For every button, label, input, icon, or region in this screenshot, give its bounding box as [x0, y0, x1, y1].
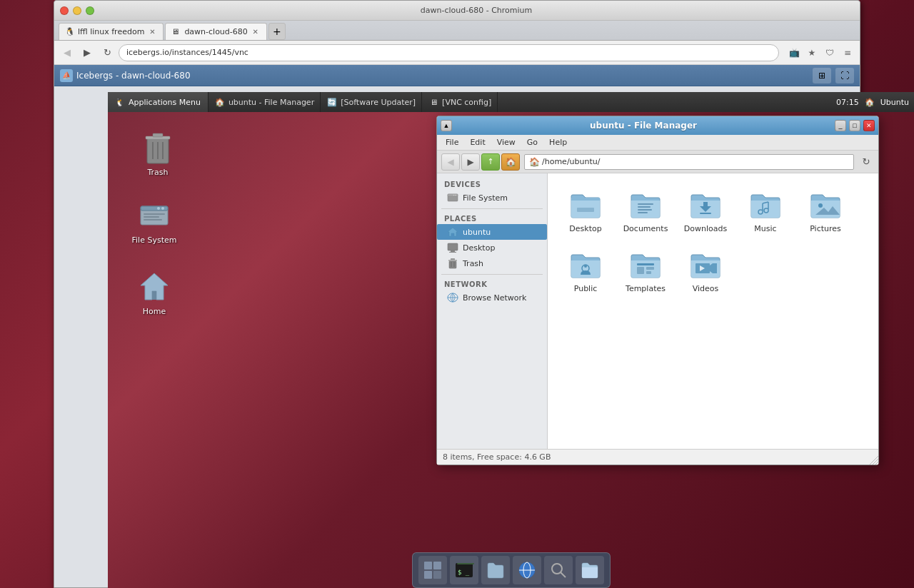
- browser-minimize-btn[interactable]: [73, 6, 81, 15]
- apps-menu-icon: 🐧: [115, 98, 125, 107]
- file-item-videos[interactable]: Videos: [678, 243, 733, 298]
- svg-rect-16: [448, 194, 458, 196]
- sidebar-item-trash[interactable]: Trash: [437, 255, 547, 271]
- file-downloads-label: Downloads: [684, 224, 727, 233]
- taskbar-dock: $ _: [412, 552, 611, 588]
- file-manager-panel-label: ubuntu - File Manager: [228, 98, 314, 107]
- svg-rect-42: [637, 263, 654, 265]
- svg-rect-25: [451, 258, 455, 260]
- menu-icon[interactable]: ≡: [840, 45, 855, 61]
- fm-title-text: ubuntu - File Manager: [455, 121, 832, 131]
- file-documents-label: Documents: [623, 224, 668, 233]
- browser-close-btn[interactable]: [60, 6, 69, 15]
- cast-icon[interactable]: 📺: [786, 45, 802, 61]
- panel-time: 07:15: [836, 98, 859, 107]
- fm-forward-btn[interactable]: ▶: [461, 153, 480, 171]
- applications-menu[interactable]: 🐧 Applications Menu: [108, 92, 209, 112]
- fm-menu-go[interactable]: Go: [521, 136, 543, 148]
- tab-dawn[interactable]: 🖥 dawn-cloud-680 ✕: [165, 23, 266, 40]
- fm-refresh-btn[interactable]: ↻: [858, 154, 874, 170]
- svg-rect-44: [646, 267, 654, 270]
- sidebar-item-browse-network[interactable]: Browse Network: [437, 290, 547, 305]
- sidebar-item-desktop[interactable]: Desktop: [437, 240, 547, 255]
- icebergs-logo: ⛵ Icebergs - dawn-cloud-680: [60, 69, 191, 82]
- svg-rect-31: [577, 208, 594, 212]
- fm-menu-view[interactable]: View: [491, 136, 521, 148]
- desktop-icon-home[interactable]: Home: [126, 267, 183, 319]
- file-item-documents[interactable]: Documents: [618, 183, 673, 238]
- svg-rect-12: [144, 219, 162, 220]
- tab-lffl[interactable]: 🐧 lffl linux freedom ✕: [59, 23, 164, 40]
- svg-rect-32: [638, 203, 653, 205]
- icebergs-grid-btn[interactable]: ⊞: [813, 68, 831, 83]
- fm-resize-handle[interactable]: [868, 455, 878, 465]
- ubuntu-sidebar-icon: [447, 226, 458, 238]
- fm-back-btn[interactable]: ◀: [441, 153, 460, 171]
- fm-minimize-btn[interactable]: _: [835, 120, 846, 131]
- panel-file-manager[interactable]: 🏠 ubuntu - File Manager: [209, 92, 321, 112]
- url-bar[interactable]: icebergs.io/instances/1445/vnc: [119, 44, 779, 61]
- fm-menu-edit[interactable]: Edit: [464, 136, 491, 148]
- svg-line-63: [561, 572, 566, 577]
- music-folder-icon: [748, 188, 783, 222]
- back-button[interactable]: ◀: [59, 44, 76, 61]
- dock-files[interactable]: [481, 556, 510, 584]
- dock-browser[interactable]: [513, 556, 541, 584]
- svg-text:$ _: $ _: [458, 569, 470, 576]
- sidebar-trash-label: Trash: [463, 259, 483, 268]
- fm-close-btn[interactable]: ✕: [863, 120, 875, 131]
- file-templates-label: Templates: [626, 284, 666, 293]
- tab-lffl-close[interactable]: ✕: [147, 27, 157, 37]
- file-videos-label: Videos: [693, 284, 719, 293]
- dock-folder[interactable]: [576, 556, 604, 584]
- panel-vnc-config[interactable]: 🖥 [VNC config]: [422, 92, 498, 112]
- svg-point-17: [455, 195, 456, 196]
- desktop-icon-filesystem[interactable]: File System: [126, 196, 183, 248]
- file-item-downloads[interactable]: Downloads: [678, 183, 733, 238]
- svg-rect-10: [144, 213, 165, 215]
- documents-folder-icon: [628, 188, 663, 222]
- filesystem-icon: [137, 198, 171, 233]
- vnc-content: 🐧 Applications Menu 🏠 ubuntu - File Mana…: [108, 92, 914, 588]
- dock-windows[interactable]: [418, 556, 447, 584]
- sidebar-separator-1: [441, 208, 543, 209]
- fm-status-text: 8 items, Free space: 4.6 GB: [443, 452, 551, 462]
- panel-software-updater[interactable]: 🔄 [Software Updater]: [321, 92, 422, 112]
- sidebar-item-ubuntu[interactable]: ubuntu: [437, 224, 547, 240]
- file-item-music[interactable]: Music: [738, 183, 793, 238]
- fm-menu-file[interactable]: File: [440, 136, 464, 148]
- dock-search[interactable]: [544, 556, 573, 584]
- svg-rect-2: [153, 133, 163, 137]
- panel-home-icon[interactable]: 🏠: [865, 98, 875, 107]
- forward-button[interactable]: ▶: [79, 44, 96, 61]
- fm-menu-help[interactable]: Help: [543, 136, 573, 148]
- shield-icon[interactable]: 🛡: [822, 45, 838, 61]
- reload-button[interactable]: ↻: [99, 44, 116, 61]
- file-item-templates[interactable]: Templates: [618, 243, 673, 298]
- tab-dawn-close[interactable]: ✕: [251, 27, 261, 37]
- dock-terminal[interactable]: $ _: [450, 556, 478, 584]
- file-item-pictures[interactable]: Pictures: [798, 183, 853, 238]
- software-updater-icon: 🔄: [326, 96, 338, 108]
- tab-lffl-favicon: 🐧: [65, 27, 75, 37]
- fm-maximize-btn[interactable]: □: [849, 120, 860, 131]
- fm-home-btn[interactable]: 🏠: [501, 153, 520, 171]
- svg-rect-23: [449, 261, 456, 268]
- desktop-icon-trash[interactable]: Trash: [129, 128, 186, 180]
- fm-shade-btn[interactable]: ▲: [441, 120, 452, 131]
- file-item-desktop[interactable]: Desktop: [558, 183, 613, 238]
- icebergs-expand-btn[interactable]: ⛶: [835, 68, 854, 83]
- new-tab-button[interactable]: +: [268, 23, 286, 40]
- fm-up-btn[interactable]: ↑: [481, 153, 500, 171]
- svg-point-8: [161, 207, 164, 210]
- browser-maximize-btn[interactable]: [86, 6, 94, 15]
- tab-dawn-favicon: 🖥: [171, 27, 181, 37]
- files-grid: Desktop: [555, 181, 871, 300]
- fm-address-bar[interactable]: 🏠 /home/ubuntu/: [524, 154, 854, 170]
- sidebar-item-filesystem[interactable]: File System: [437, 190, 547, 206]
- bottom-taskbar: $ _: [108, 552, 914, 588]
- desktop: 🐧 Applications Menu 🏠 ubuntu - File Mana…: [108, 92, 914, 588]
- file-item-public[interactable]: Public: [558, 243, 613, 298]
- bookmark-icon[interactable]: ★: [804, 45, 820, 61]
- svg-rect-43: [637, 267, 644, 274]
